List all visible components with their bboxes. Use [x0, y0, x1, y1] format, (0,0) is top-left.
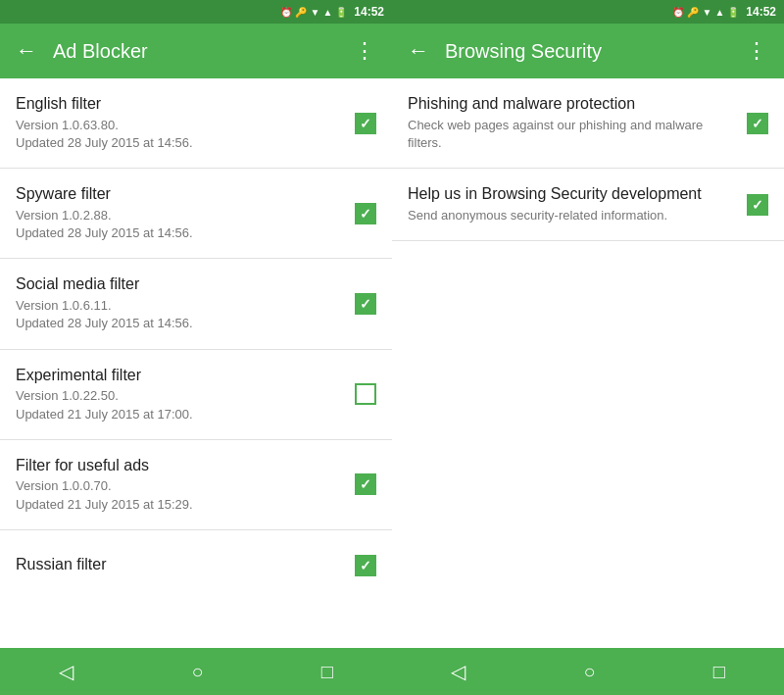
wifi-icon: ▼ — [310, 7, 319, 18]
app-title-right: Browsing Security — [445, 40, 730, 63]
list-item[interactable]: Russian filter — [0, 530, 392, 601]
battery-icon: 🔋 — [335, 7, 347, 18]
ad-blocker-screen: ⏰ 🔑 ▼ ▲ 🔋 14:52 ← Ad Blocker ⋮ English f… — [0, 0, 392, 695]
item-text: Experimental filter Version 1.0.22.50. U… — [16, 366, 355, 423]
item-subtitle: Version 1.0.22.50. Updated 21 July 2015 … — [16, 387, 343, 422]
status-icons-right: ⏰ 🔑 ▼ ▲ 🔋 14:52 — [672, 5, 776, 19]
back-button-right[interactable]: ← — [408, 38, 429, 64]
checkbox-experimental[interactable] — [355, 383, 376, 405]
alarm-icon: ⏰ — [280, 7, 292, 18]
item-text: Social media filter Version 1.0.6.11. Up… — [16, 274, 355, 332]
app-title-left: Ad Blocker — [53, 40, 338, 63]
battery-icon-right: 🔋 — [727, 7, 739, 18]
alarm-icon-right: ⏰ — [672, 7, 684, 18]
menu-button-left[interactable]: ⋮ — [354, 38, 376, 64]
list-item[interactable]: Help us in Browsing Security development… — [392, 169, 784, 241]
checkbox-english[interactable] — [355, 113, 376, 134]
item-text: Phishing and malware protection Check we… — [408, 94, 747, 152]
item-text: English filter Version 1.0.63.80. Update… — [16, 94, 355, 152]
checkbox-phishing[interactable] — [747, 113, 768, 134]
time-right: 14:52 — [746, 5, 776, 19]
vpn-icon-right: 🔑 — [687, 7, 699, 18]
time-left: 14:52 — [354, 5, 384, 19]
app-bar-left: ← Ad Blocker ⋮ — [0, 24, 392, 78]
browsing-security-screen: ⏰ 🔑 ▼ ▲ 🔋 14:52 ← Browsing Security ⋮ Ph… — [392, 0, 784, 695]
vpn-icon: 🔑 — [295, 7, 307, 18]
home-nav-right[interactable]: ○ — [564, 653, 614, 691]
list-item[interactable]: Experimental filter Version 1.0.22.50. U… — [0, 350, 392, 440]
item-subtitle: Version 1.0.6.11. Updated 28 July 2015 a… — [16, 297, 343, 332]
list-item[interactable]: Filter for useful ads Version 1.0.0.70. … — [0, 440, 392, 530]
wifi-icon-right: ▼ — [702, 7, 711, 18]
checkbox-social[interactable] — [355, 293, 376, 315]
checkbox-help[interactable] — [747, 194, 768, 216]
item-title: Phishing and malware protection — [408, 94, 735, 115]
item-text: Russian filter — [16, 555, 355, 575]
item-title: English filter — [16, 94, 343, 115]
status-bar-left: ⏰ 🔑 ▼ ▲ 🔋 14:52 — [0, 0, 392, 24]
item-subtitle: Version 1.0.2.88. Updated 28 July 2015 a… — [16, 207, 343, 242]
item-title: Experimental filter — [16, 366, 343, 386]
signal-icon-right: ▲ — [714, 7, 724, 18]
item-title: Help us in Browsing Security development — [408, 184, 735, 205]
nav-bar-right: ◁ ○ □ — [392, 648, 784, 695]
checkbox-russian[interactable] — [355, 555, 376, 576]
recent-nav-left[interactable]: □ — [302, 653, 353, 691]
item-title: Filter for useful ads — [16, 456, 343, 476]
back-nav-left[interactable]: ◁ — [39, 652, 93, 691]
home-nav-left[interactable]: ○ — [172, 653, 222, 691]
item-subtitle: Send anonymous security-related informat… — [408, 207, 735, 224]
item-subtitle: Version 1.0.0.70. Updated 21 July 2015 a… — [16, 477, 343, 513]
back-button-left[interactable]: ← — [16, 38, 37, 64]
item-title: Social media filter — [16, 274, 343, 295]
recent-nav-right[interactable]: □ — [694, 653, 745, 691]
security-list: Phishing and malware protection Check we… — [392, 78, 784, 648]
back-nav-right[interactable]: ◁ — [431, 652, 485, 691]
item-text: Spyware filter Version 1.0.2.88. Updated… — [16, 184, 355, 242]
list-item[interactable]: Spyware filter Version 1.0.2.88. Updated… — [0, 169, 392, 259]
item-subtitle: Check web pages against our phishing and… — [408, 117, 735, 152]
list-item[interactable]: English filter Version 1.0.63.80. Update… — [0, 78, 392, 169]
item-text: Filter for useful ads Version 1.0.0.70. … — [16, 456, 355, 514]
item-title: Spyware filter — [16, 184, 343, 205]
status-icons-left: ⏰ 🔑 ▼ ▲ 🔋 14:52 — [280, 5, 384, 19]
filter-list: English filter Version 1.0.63.80. Update… — [0, 78, 392, 648]
status-bar-right: ⏰ 🔑 ▼ ▲ 🔋 14:52 — [392, 0, 784, 24]
list-item[interactable]: Social media filter Version 1.0.6.11. Up… — [0, 259, 392, 349]
list-item[interactable]: Phishing and malware protection Check we… — [392, 78, 784, 169]
item-text: Help us in Browsing Security development… — [408, 184, 747, 224]
item-title: Russian filter — [16, 555, 343, 575]
checkbox-useful-ads[interactable] — [355, 473, 376, 495]
item-subtitle: Version 1.0.63.80. Updated 28 July 2015 … — [16, 117, 343, 152]
checkbox-spyware[interactable] — [355, 203, 376, 224]
menu-button-right[interactable]: ⋮ — [746, 38, 768, 64]
signal-icon: ▲ — [322, 7, 332, 18]
nav-bar-left: ◁ ○ □ — [0, 648, 392, 695]
app-bar-right: ← Browsing Security ⋮ — [392, 24, 784, 78]
